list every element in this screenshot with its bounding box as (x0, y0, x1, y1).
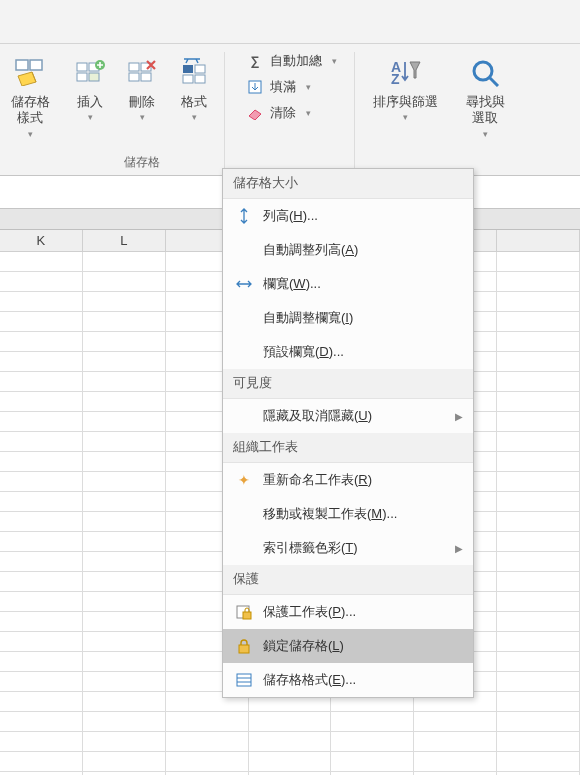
menu-item-format-cells[interactable]: 儲存格格式(E)... (223, 663, 473, 697)
delete-icon (124, 54, 160, 90)
menu-item-hide-unhide[interactable]: 隱藏及取消隱藏(U) ▶ (223, 399, 473, 433)
svg-point-18 (474, 62, 492, 80)
menu-section-organize: 組織工作表 (223, 433, 473, 463)
chevron-down-icon: ▾ (192, 112, 197, 122)
col-header[interactable] (497, 230, 580, 252)
eraser-icon (246, 104, 264, 122)
sort-filter-icon: A Z (387, 54, 423, 90)
autosum-button[interactable]: ∑ 自動加總 ▾ (246, 52, 337, 70)
menu-section-protect: 保護 (223, 565, 473, 595)
row-height-icon (233, 207, 255, 225)
chevron-down-icon: ▾ (88, 112, 93, 122)
magnifier-icon (467, 54, 503, 90)
format-button[interactable]: 格式 ▾ (168, 52, 220, 124)
insert-label: 插入 (77, 94, 103, 110)
format-label: 格式 (181, 94, 207, 110)
svg-rect-22 (237, 674, 251, 686)
col-header[interactable]: K (0, 230, 83, 252)
svg-rect-10 (141, 73, 151, 81)
svg-rect-2 (77, 63, 87, 71)
format-dropdown-menu: 儲存格大小 列高(H)... 自動調整列高(A) 欄寬(W)... 自動調整欄寬… (222, 168, 474, 698)
chevron-down-icon: ▾ (403, 112, 408, 122)
svg-rect-0 (16, 60, 28, 70)
chevron-down-icon: ▾ (306, 82, 311, 92)
sort-filter-label: 排序與篩選 (373, 94, 438, 110)
find-select-label: 尋找與 選取 (466, 94, 505, 127)
lock-icon (233, 637, 255, 655)
protect-sheet-icon (233, 603, 255, 621)
svg-rect-13 (183, 75, 193, 83)
chevron-down-icon: ▾ (28, 129, 33, 139)
col-width-icon (233, 275, 255, 293)
menu-item-default-width[interactable]: 預設欄寬(D)... (223, 335, 473, 369)
col-header[interactable]: L (83, 230, 166, 252)
rename-icon: ✦ (233, 471, 255, 489)
menu-section-cell-size: 儲存格大小 (223, 169, 473, 199)
svg-rect-1 (30, 60, 42, 70)
cell-styles-icon (12, 54, 48, 90)
chevron-right-icon: ▶ (455, 411, 463, 422)
cell-styles-button[interactable]: 儲存格 樣式 ▾ (4, 52, 56, 141)
menu-item-lock-cell[interactable]: 鎖定儲存格(L) (223, 629, 473, 663)
svg-rect-5 (89, 73, 99, 81)
chevron-down-icon: ▾ (483, 129, 488, 139)
chevron-down-icon: ▾ (140, 112, 145, 122)
menu-item-rename-sheet[interactable]: ✦ 重新命名工作表(R) (223, 463, 473, 497)
delete-label: 刪除 (129, 94, 155, 110)
menu-item-protect-sheet[interactable]: 保護工作表(P)... (223, 595, 473, 629)
fill-button[interactable]: 填滿 ▾ (246, 78, 337, 96)
menu-item-tab-color[interactable]: 索引標籤色彩(T) ▶ (223, 531, 473, 565)
clear-button[interactable]: 清除 ▾ (246, 104, 337, 122)
ribbon: 儲存格 樣式 ▾ 插入 ▾ (0, 44, 580, 176)
svg-rect-4 (77, 73, 87, 81)
format-cells-icon (233, 671, 255, 689)
group-label-cells: 儲存格 (60, 154, 224, 171)
menu-item-autofit-row[interactable]: 自動調整列高(A) (223, 233, 473, 267)
sigma-icon: ∑ (246, 52, 264, 70)
insert-button[interactable]: 插入 ▾ (64, 52, 116, 124)
svg-rect-7 (129, 63, 139, 71)
svg-rect-21 (239, 645, 249, 653)
cell-styles-label: 儲存格 樣式 (11, 94, 50, 127)
menu-item-col-width[interactable]: 欄寬(W)... (223, 267, 473, 301)
menu-section-visibility: 可見度 (223, 369, 473, 399)
svg-rect-11 (183, 65, 193, 73)
insert-icon (72, 54, 108, 90)
chevron-down-icon: ▾ (306, 108, 311, 118)
svg-rect-20 (243, 612, 251, 619)
find-select-button[interactable]: 尋找與 選取 ▾ (459, 52, 511, 141)
svg-rect-9 (129, 73, 139, 81)
svg-rect-14 (195, 75, 205, 83)
fill-down-icon (246, 78, 264, 96)
menu-item-row-height[interactable]: 列高(H)... (223, 199, 473, 233)
svg-rect-12 (195, 65, 205, 73)
menu-item-autofit-col[interactable]: 自動調整欄寬(I) (223, 301, 473, 335)
chevron-down-icon: ▾ (332, 56, 337, 66)
sort-filter-button[interactable]: A Z 排序與篩選 ▾ (363, 52, 447, 124)
delete-button[interactable]: 刪除 ▾ (116, 52, 168, 124)
title-bar-fragment (0, 0, 580, 44)
menu-item-move-copy[interactable]: 移動或複製工作表(M)... (223, 497, 473, 531)
svg-text:Z: Z (391, 71, 400, 86)
chevron-right-icon: ▶ (455, 543, 463, 554)
format-icon (176, 54, 212, 90)
